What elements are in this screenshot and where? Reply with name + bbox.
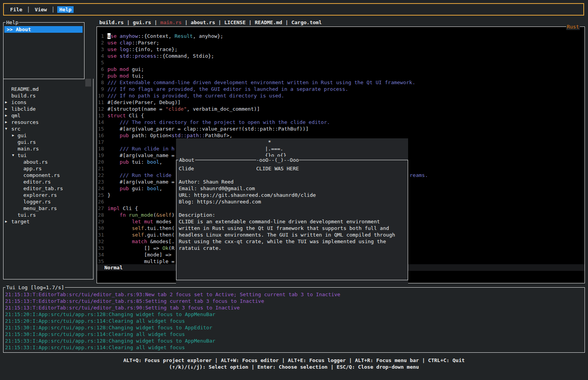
- menu-separator: │: [27, 6, 30, 13]
- code-text: /// Extendable command-line driven devel…: [107, 79, 415, 86]
- tree-item-README-md[interactable]: README.md: [4, 86, 93, 92]
- log-line: 21:15:30:I:App:src/tui/app.rs:114:Cleari…: [5, 331, 185, 338]
- tree-item-label: main.rs: [18, 145, 39, 152]
- log-line: 21:15:33:I:App:src/tui/app.rs:114:Cleari…: [5, 344, 185, 351]
- code-text: /// Run clide in h: [107, 145, 174, 152]
- log-line: 21:15:13:T:EditorTab:src/tui/editor_tab.…: [5, 304, 240, 311]
- tree-item-tui[interactable]: ▼tui: [4, 152, 93, 159]
- tree-item-label: tui: [18, 152, 26, 159]
- line-number: 27: [97, 205, 104, 212]
- tree-item-logger-rs[interactable]: logger.rs: [4, 198, 93, 205]
- tab-about-rs[interactable]: about.rs: [191, 19, 215, 25]
- tree-item-editor_tab-rs[interactable]: editor_tab.rs: [4, 185, 93, 192]
- log-line: 21:15:33:I:App:src/tui/app.rs:128:Changi…: [5, 338, 215, 344]
- tree-item-label: about.rs: [23, 159, 48, 165]
- tree-item-resources[interactable]: ▶resources: [4, 119, 93, 125]
- log-panel-title: Tui Log [log=1.7/s]: [5, 284, 65, 291]
- tree-item-label: tui.rs: [18, 212, 36, 218]
- line-number: 25: [97, 192, 104, 198]
- tab-LICENSE[interactable]: LICENSE: [224, 19, 246, 25]
- editor-mode-label: Normal: [104, 264, 123, 271]
- tree-item-target[interactable]: ▶target: [4, 218, 93, 225]
- code-text: self.tui.then(: [107, 225, 174, 232]
- line-number: 16: [97, 132, 104, 139]
- code-text: /// If no flags are provided, the GUI ed…: [107, 86, 348, 92]
- log-line: 21:15:20:I:App:src/tui/app.rs:128:Changi…: [5, 311, 215, 318]
- tree-item-component-rs[interactable]: component.rs: [4, 172, 93, 179]
- menu-item-help[interactable]: Help: [57, 6, 73, 13]
- menu-item-view[interactable]: View: [33, 6, 49, 13]
- tab-build-rs[interactable]: build.rs: [99, 19, 124, 25]
- tree-item-gui[interactable]: ▶gui: [4, 132, 93, 139]
- code-text: pub mod gui;: [107, 66, 144, 72]
- code-text: self.gui.then(: [107, 232, 174, 238]
- tree-item-explorer-rs[interactable]: explorer.rs: [4, 192, 93, 198]
- tree-item-label: editor.rs: [23, 179, 51, 185]
- line-number: 5: [97, 59, 104, 66]
- line-number: 21: [97, 165, 104, 172]
- tree-item-tui-rs[interactable]: tui.rs: [4, 212, 93, 218]
- line-number: 9: [97, 86, 104, 92]
- code-text: #[arg(value_name =: [107, 179, 174, 185]
- tree-item-main-rs[interactable]: main.rs: [4, 145, 93, 152]
- line-number: 30: [97, 225, 104, 232]
- about-description-line: ratatui crate.: [179, 245, 222, 251]
- code-text: pub path: Option<std::path::PathBuf>,: [107, 132, 232, 139]
- tree-item-label: icons: [11, 99, 26, 106]
- tree-item-editor-rs[interactable]: editor.rs: [4, 179, 93, 185]
- tree-item-menu_bar-rs[interactable]: menu_bar.rs: [4, 205, 93, 212]
- about-popup: * |.===. {}o o{} About -ooO--(_)--Ooo Cl…: [176, 138, 408, 283]
- tab-README-md[interactable]: README.md: [255, 19, 282, 25]
- code-text: use clap::Parser;: [107, 39, 159, 46]
- tree-item-gui-rs[interactable]: gui.rs: [4, 139, 93, 145]
- tree-item-label: gui: [18, 132, 26, 139]
- code-text: fn run_mode(&self): [107, 212, 174, 218]
- tree-item-src[interactable]: ▼src: [4, 125, 93, 132]
- code-text: [] => Ok(R: [107, 245, 174, 251]
- line-number: 3: [97, 46, 104, 53]
- code-text: use std::process::{Command, Stdio};: [107, 53, 214, 59]
- menu-item-file[interactable]: File: [8, 6, 24, 13]
- tree-item-build-rs[interactable]: build.rs: [4, 92, 93, 99]
- tree-item-app-rs[interactable]: app.rs: [4, 165, 93, 172]
- code-text: /// The root directory for the project t…: [107, 119, 330, 125]
- menu-option-about[interactable]: >> About: [4, 26, 83, 33]
- line-number: 17: [97, 139, 104, 145]
- code-text: use log::{info, trace};: [107, 46, 178, 53]
- code-text: pub tui: bool,: [107, 159, 162, 165]
- log-line: 21:15:13:T:EditorTab:src/tui/editor_tab.…: [5, 298, 264, 304]
- code-text: [mode] =>: [107, 251, 171, 258]
- tree-item-label: gui.rs: [18, 139, 36, 145]
- tree-item-label: libclide: [11, 106, 36, 112]
- tab-gui-rs[interactable]: gui.rs: [133, 19, 151, 25]
- tree-item-qml[interactable]: ▶qml: [4, 112, 93, 119]
- line-number: 4: [97, 53, 104, 59]
- tree-item-icons[interactable]: ▶icons: [4, 99, 93, 106]
- code-text: #[structopt(name = "clide", verbatim_doc…: [107, 106, 260, 112]
- app-window: File│View│Help build.rs | gui.rs | main.…: [0, 0, 588, 380]
- tab-separator: |: [246, 19, 255, 25]
- about-description-line: CLIDE is an extendable command-line driv…: [179, 218, 380, 225]
- tab-separator: |: [151, 19, 160, 25]
- tab-Cargo-toml[interactable]: Cargo.toml: [291, 19, 322, 25]
- tree-item-label: explorer.rs: [23, 192, 57, 198]
- line-number: 34: [97, 251, 104, 258]
- code-text: /// Run the clide: [107, 172, 171, 179]
- clipped-doc-comment-fragment: reams.: [410, 172, 428, 179]
- line-number: 10: [97, 92, 104, 99]
- line-number: 35: [97, 258, 104, 265]
- tree-item-about-rs[interactable]: about.rs: [4, 159, 93, 165]
- log-line: 21:15:20:I:App:src/tui/app.rs:114:Cleari…: [5, 318, 185, 324]
- line-number: 26: [97, 198, 104, 205]
- about-description-line: Rust using the cxx-qt crate, while the T…: [179, 238, 386, 245]
- about-dialog: About -ooO--(_)--Ooo Clide CLIDE WAS HER…: [176, 160, 408, 280]
- tab-main-rs[interactable]: main.rs: [160, 19, 182, 25]
- line-number: 12: [97, 106, 104, 112]
- line-number: 8: [97, 79, 104, 86]
- log-line: 21:15:30:I:App:src/tui/app.rs:128:Changi…: [5, 324, 212, 331]
- about-dialog-title: About: [178, 157, 195, 163]
- scrollbar-thumb[interactable]: [85, 79, 91, 87]
- about-description-label: Description:: [179, 212, 215, 218]
- tree-item-libclide[interactable]: ▶libclide: [4, 106, 93, 112]
- code-text: let mut modes: [107, 218, 171, 225]
